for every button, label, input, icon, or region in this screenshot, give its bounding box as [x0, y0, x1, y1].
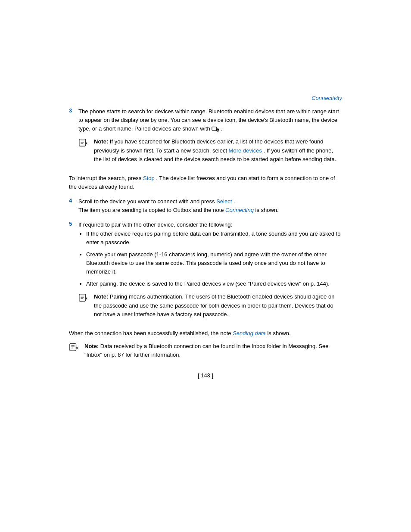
step-4-text-2: . [234, 198, 235, 205]
step-3-content: The phone starts to search for devices w… [78, 107, 342, 168]
step-4-number: 4 [69, 197, 78, 204]
final-note: Note: Data received by a Bluetooth conne… [69, 342, 342, 359]
step-5-content: If required to pair with the other devic… [78, 221, 342, 323]
final-note-text: Note: Data received by a Bluetooth conne… [84, 342, 342, 359]
svg-marker-17 [75, 347, 78, 349]
step-3-note-text: Note: If you have searched for Bluetooth… [94, 137, 342, 163]
step-3-text: The phone starts to search for devices w… [78, 108, 339, 132]
note-5-body: Pairing means authentication. The users … [94, 293, 334, 317]
paired-device-icon: + [212, 126, 219, 132]
note-3-icon [78, 138, 90, 150]
step-5-note-text: Note: Pairing means authentication. The … [94, 292, 342, 318]
step-3-text-end: . [221, 125, 223, 132]
svg-rect-8 [79, 294, 86, 302]
final-note-icon [69, 342, 81, 353]
svg-marker-12 [85, 297, 87, 300]
note-3-label: Note: [94, 138, 108, 145]
bullet-2: Create your own passcode (1-16 character… [86, 250, 342, 276]
note-5-icon [78, 293, 90, 305]
sending-data-link[interactable]: Sending data [233, 330, 266, 336]
svg-rect-13 [70, 344, 76, 351]
select-link[interactable]: Select [216, 198, 232, 205]
connecting-link[interactable]: Connecting [225, 207, 254, 213]
svg-text:+: + [217, 129, 219, 132]
svg-rect-3 [79, 139, 86, 146]
final-note-label: Note: [84, 343, 99, 349]
step-5-note: Note: Pairing means authentication. The … [78, 292, 342, 318]
step-5: 5 If required to pair with the other dev… [69, 221, 342, 323]
sending-data-text-2: is shown. [267, 330, 290, 336]
note-5-label: Note: [94, 293, 108, 300]
final-note-body: Data received by a Bluetooth connection … [84, 343, 329, 358]
step-3-number: 3 [69, 107, 78, 114]
bullet-3: After pairing, the device is saved to th… [86, 280, 342, 288]
step-4: 4 Scroll to the device you want to conne… [69, 197, 342, 215]
interrupt-paragraph: To interrupt the search, press Stop . Th… [69, 174, 342, 191]
section-header: Connectivity [69, 95, 342, 101]
step-3: 3 The phone starts to search for devices… [69, 107, 342, 168]
page-number: [ 143 ] [69, 372, 342, 379]
page-container: Connectivity 3 The phone starts to searc… [0, 0, 411, 532]
step-4-text-3: The item you are sending is copied to Ou… [78, 207, 225, 213]
step-5-bullets: If the other device requires pairing bef… [86, 230, 342, 289]
sending-data-paragraph: When the connection has been successfull… [69, 329, 342, 338]
step-5-intro: If required to pair with the other devic… [78, 221, 232, 228]
svg-marker-7 [85, 143, 87, 145]
sending-data-text-1: When the connection has been successfull… [69, 330, 231, 336]
step-5-number: 5 [69, 221, 78, 227]
svg-rect-0 [212, 127, 217, 130]
step-4-text-1: Scroll to the device you want to connect… [78, 198, 216, 205]
more-devices-link[interactable]: More devices [229, 147, 262, 154]
step-4-text-4: is shown. [255, 207, 279, 213]
step-4-content: Scroll to the device you want to connect… [78, 197, 342, 215]
stop-link[interactable]: Stop [143, 175, 155, 181]
interrupt-text-1: To interrupt the search, press [69, 175, 141, 181]
section-title: Connectivity [311, 95, 342, 101]
bullet-1: If the other device requires pairing bef… [86, 230, 342, 247]
step-3-note: Note: If you have searched for Bluetooth… [78, 137, 342, 163]
